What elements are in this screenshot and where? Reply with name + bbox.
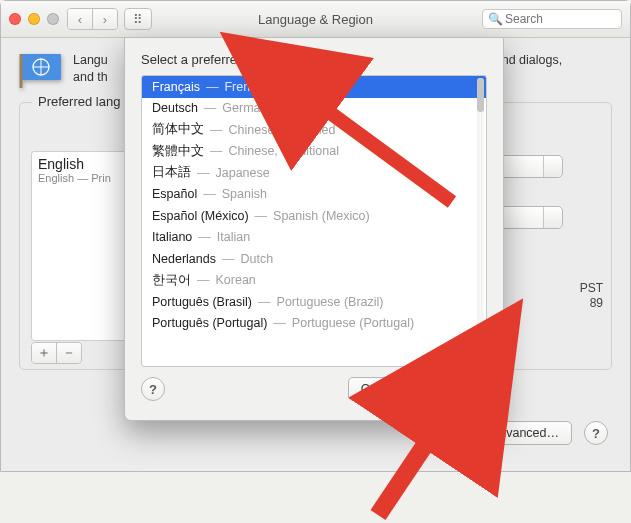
language-option[interactable]: Español (México)—Spanish (Mexico) xyxy=(142,205,486,227)
dash-separator: — xyxy=(198,230,211,244)
close-window-button[interactable] xyxy=(9,13,21,25)
group-label: Preferred lang xyxy=(32,94,126,109)
language-option[interactable]: 繁體中文—Chinese, Traditional xyxy=(142,141,486,163)
dash-separator: — xyxy=(210,144,223,158)
language-option[interactable]: Nederlands—Dutch xyxy=(142,248,486,270)
dash-separator: — xyxy=(206,80,219,94)
status-pst: PST xyxy=(580,281,603,295)
language-native: Nederlands xyxy=(152,252,216,266)
search-input[interactable] xyxy=(482,9,622,29)
sheet-help-button[interactable]: ? xyxy=(141,377,165,401)
language-native: Español xyxy=(152,187,197,201)
add-button-label: Add xyxy=(444,382,466,396)
header-line1-left: Langu xyxy=(73,53,108,67)
language-option[interactable]: Deutsch—German xyxy=(142,98,486,120)
add-button[interactable]: Add xyxy=(423,377,487,401)
language-option[interactable]: 日本語—Japanese xyxy=(142,162,486,184)
language-english: Italian xyxy=(217,230,250,244)
cancel-button[interactable]: Cancel xyxy=(348,377,413,401)
minimize-window-button[interactable] xyxy=(28,13,40,25)
dash-separator: — xyxy=(258,295,271,309)
language-english: Japanese xyxy=(216,166,270,180)
language-option[interactable]: Español—Spanish xyxy=(142,184,486,206)
dash-separator: — xyxy=(222,252,235,266)
help-icon: ? xyxy=(149,382,157,397)
language-option[interactable]: Português (Portugal)—Portuguese (Portuga… xyxy=(142,313,486,335)
language-english: Spanish (Mexico) xyxy=(273,209,370,223)
sheet-title: Select a preferred language to add: xyxy=(141,52,487,67)
language-native: 日本語 xyxy=(152,164,191,181)
language-option[interactable]: Français—French xyxy=(142,76,486,98)
help-icon: ? xyxy=(592,426,600,441)
language-english: Spanish xyxy=(222,187,267,201)
advanced-button-label: Advanced… xyxy=(491,426,559,440)
dash-separator: — xyxy=(197,166,210,180)
sheet-footer: ? Cancel Add xyxy=(141,377,487,401)
search-wrap: 🔍 xyxy=(482,9,622,29)
language-english: German xyxy=(222,101,267,115)
dash-separator: — xyxy=(203,187,216,201)
language-option[interactable]: Italiano—Italian xyxy=(142,227,486,249)
advanced-button[interactable]: Advanced… xyxy=(478,421,572,445)
language-native: 繁體中文 xyxy=(152,143,204,160)
status-89: 89 xyxy=(590,296,603,310)
language-native: Português (Brasil) xyxy=(152,295,252,309)
back-button[interactable]: ‹ xyxy=(68,9,92,29)
language-english: Portuguese (Brazil) xyxy=(277,295,384,309)
dash-separator: — xyxy=(255,209,268,223)
header-line2: and th xyxy=(73,70,108,84)
un-flag-icon xyxy=(19,52,63,90)
show-all-button[interactable]: ⠿ xyxy=(124,8,152,30)
scrollbar-track xyxy=(477,78,484,364)
minus-icon: － xyxy=(62,344,76,362)
plus-icon: ＋ xyxy=(37,344,51,362)
nav-back-forward: ‹ › xyxy=(67,8,118,30)
language-english: French xyxy=(224,80,263,94)
traffic-lights xyxy=(9,13,59,25)
remove-language-button[interactable]: － xyxy=(56,343,81,363)
header-line1-right: and dialogs, xyxy=(495,53,562,67)
language-english: Chinese, Simplified xyxy=(229,123,336,137)
titlebar: ‹ › ⠿ Language & Region 🔍 xyxy=(1,1,630,38)
dash-separator: — xyxy=(273,316,286,330)
language-picker-list[interactable]: Français—FrenchDeutsch—German简体中文—Chines… xyxy=(141,75,487,367)
chevron-right-icon: › xyxy=(103,12,107,27)
preferences-window: ‹ › ⠿ Language & Region 🔍 Langu an xyxy=(0,0,631,472)
dash-separator: — xyxy=(210,123,223,137)
dash-separator: — xyxy=(204,101,217,115)
forward-button[interactable]: › xyxy=(92,9,117,29)
language-native: Italiano xyxy=(152,230,192,244)
add-language-sheet: Select a preferred language to add: Fran… xyxy=(124,37,504,421)
add-remove-toolbar: ＋ － xyxy=(31,342,82,364)
language-native: 한국어 xyxy=(152,272,191,289)
dash-separator: — xyxy=(197,273,210,287)
language-english: Chinese, Traditional xyxy=(229,144,339,158)
cancel-button-label: Cancel xyxy=(361,382,400,396)
language-option[interactable]: 한국어—Korean xyxy=(142,270,486,292)
language-english: Korean xyxy=(216,273,256,287)
language-english: Portuguese (Portugal) xyxy=(292,316,414,330)
language-native: Deutsch xyxy=(152,101,198,115)
search-icon: 🔍 xyxy=(488,12,503,26)
language-option[interactable]: 简体中文—Chinese, Simplified xyxy=(142,119,486,141)
add-language-button[interactable]: ＋ xyxy=(32,343,56,363)
help-button[interactable]: ? xyxy=(584,421,608,445)
chevron-left-icon: ‹ xyxy=(78,12,82,27)
language-english: Dutch xyxy=(240,252,273,266)
language-native: 简体中文 xyxy=(152,121,204,138)
grid-icon: ⠿ xyxy=(133,12,143,27)
language-native: Português (Portugal) xyxy=(152,316,267,330)
language-option[interactable]: Português (Brasil)—Portuguese (Brazil) xyxy=(142,291,486,313)
language-native: Français xyxy=(152,80,200,94)
zoom-window-button[interactable] xyxy=(47,13,59,25)
language-native: Español (México) xyxy=(152,209,249,223)
scrollbar-thumb[interactable] xyxy=(477,78,484,112)
